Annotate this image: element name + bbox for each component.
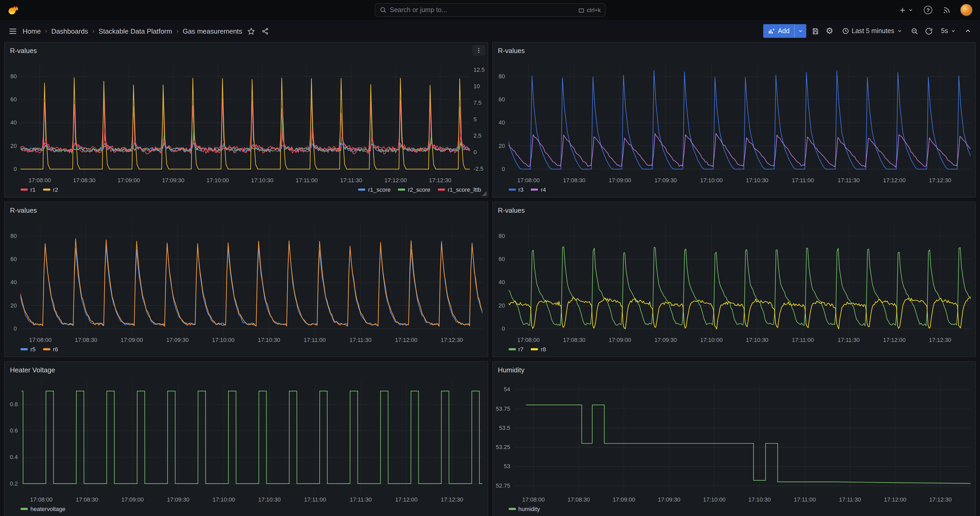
series-r2_score	[10, 117, 483, 152]
collapse-topbar-button[interactable]	[963, 26, 973, 36]
legend: r7r8	[493, 345, 975, 357]
legend-swatch	[43, 348, 50, 350]
time-series-chart[interactable]: 02040608017:08:0017:08:3017:09:0017:09:3…	[5, 58, 487, 185]
legend-item-r2_score[interactable]: r2_score	[398, 186, 430, 193]
panel-resize-handle[interactable]	[482, 191, 486, 196]
legend-label: humidity	[519, 506, 540, 512]
y-axis-label: 54	[504, 386, 510, 393]
y-axis-label: 80	[11, 73, 17, 80]
panel-title[interactable]: R-values	[498, 206, 525, 214]
legend-item-r1_score[interactable]: r1_score	[358, 186, 391, 193]
breadcrumb-item-dashboards[interactable]: Dashboards	[51, 27, 88, 35]
zoom-out-icon	[911, 27, 919, 35]
chart-svg: 0.20.40.60.817:08:0017:08:3017:09:0017:0…	[5, 377, 488, 505]
topnav-actions: ?	[897, 4, 973, 16]
x-axis-label: 17:09:30	[166, 337, 189, 343]
panel-menu-button[interactable]	[472, 45, 485, 56]
search-input[interactable]	[390, 6, 575, 14]
panel-title[interactable]: R-values	[498, 46, 525, 54]
y-axis-label: 0.4	[10, 454, 18, 460]
legend-item-r7[interactable]: r7	[508, 346, 523, 352]
refresh-button[interactable]	[924, 26, 934, 36]
time-series-chart[interactable]: 02040608017:08:0017:08:3017:09:0017:09:3…	[5, 218, 487, 345]
series-heatervoltage	[11, 391, 488, 484]
legend-item-r5[interactable]: r5	[21, 346, 36, 352]
legend-swatch	[438, 188, 445, 191]
legend: r3r4	[493, 185, 975, 197]
x-axis-label: 17:12:30	[429, 177, 452, 183]
new-button[interactable]	[897, 5, 915, 15]
plus-icon	[899, 6, 907, 14]
legend-item-r8[interactable]: r8	[531, 346, 546, 352]
x-axis-label: 17:09:00	[608, 177, 631, 183]
add-panel-icon	[768, 27, 775, 34]
breadcrumb-separator: ›	[45, 27, 47, 35]
dashboard-settings-button[interactable]: ⚙	[825, 26, 834, 36]
legend-label: heatervoltage	[30, 506, 65, 512]
x-axis-label: 17:09:30	[654, 177, 677, 183]
legend-label: r7	[519, 346, 523, 352]
legend-item-r4[interactable]: r4	[531, 186, 546, 193]
x-axis-label: 17:09:30	[162, 177, 185, 183]
panel-r-values-4: R-values 02040608017:08:0017:08:3017:09:…	[492, 202, 976, 357]
time-series-chart[interactable]: 02040608017:08:0017:08:3017:09:0017:09:3…	[493, 58, 975, 185]
time-range-picker[interactable]: Last 5 minutes	[838, 25, 905, 37]
x-axis-label: 17:12:30	[441, 337, 463, 343]
x-axis-label: 17:10:30	[251, 177, 274, 183]
menu-toggle-button[interactable]	[7, 25, 18, 37]
y-axis-label: 80	[498, 73, 505, 80]
favorite-button[interactable]	[247, 26, 256, 36]
legend-item-r1[interactable]: r1	[21, 186, 36, 193]
star-icon	[248, 27, 255, 35]
breadcrumb: Home › Dashboards › Stackable Data Platf…	[22, 27, 242, 35]
save-dashboard-button[interactable]	[810, 26, 821, 36]
x-axis-label: 17:09:00	[121, 496, 144, 503]
zoom-out-button[interactable]	[910, 26, 920, 36]
time-series-chart[interactable]: 52.755353.2553.553.755417:08:0017:08:301…	[493, 377, 975, 505]
panel-title[interactable]: R-values	[10, 46, 37, 54]
panel-title[interactable]: Humidity	[498, 366, 524, 374]
legend-item-r3[interactable]: r3	[508, 186, 523, 193]
legend-item-r6[interactable]: r6	[43, 346, 58, 352]
x-axis-label: 17:12:00	[884, 496, 906, 503]
x-axis-label: 17:09:00	[612, 496, 635, 503]
x-axis-label: 17:11:30	[350, 496, 372, 503]
share-button[interactable]	[261, 26, 270, 36]
legend-item-r2[interactable]: r2	[43, 186, 58, 193]
top-navigation: ctrl+k ?	[0, 0, 980, 20]
legend-swatch	[358, 188, 366, 191]
time-series-chart[interactable]: 0.20.40.60.817:08:0017:08:3017:09:0017:0…	[5, 377, 487, 505]
chart-svg: 02040608017:08:0017:08:3017:09:0017:09:3…	[5, 218, 488, 345]
refresh-interval-picker[interactable]: 5s	[938, 25, 959, 37]
news-button[interactable]	[942, 5, 951, 15]
x-axis-label: 17:10:30	[748, 496, 770, 503]
x-axis-label: 17:11:00	[296, 177, 318, 183]
chart-svg: 02040608017:08:0017:08:3017:09:0017:09:3…	[5, 58, 488, 185]
x-axis-label: 17:09:00	[608, 337, 631, 343]
legend-item-heatervoltage[interactable]: heatervoltage	[21, 506, 65, 512]
user-avatar[interactable]	[960, 4, 973, 16]
add-button-caret[interactable]	[795, 24, 806, 38]
x-axis-label: 17:08:00	[517, 337, 539, 343]
breadcrumb-item-folder[interactable]: Stackable Data Platform	[99, 27, 172, 35]
panel-title[interactable]: Heater Voltage	[10, 366, 55, 374]
grafana-logo-icon[interactable]	[7, 4, 19, 16]
breadcrumb-item-home[interactable]: Home	[22, 27, 41, 35]
help-button[interactable]: ?	[923, 5, 933, 15]
question-icon: ?	[924, 6, 932, 14]
x-axis-label: 17:08:00	[29, 177, 51, 183]
panel-title[interactable]: R-values	[10, 206, 37, 214]
x-axis-label: 17:10:00	[213, 496, 235, 503]
time-range-label: Last 5 minutes	[852, 27, 894, 35]
add-button[interactable]: Add	[763, 24, 807, 38]
search-box[interactable]: ctrl+k	[374, 3, 606, 17]
x-axis-label: 17:10:00	[700, 177, 722, 183]
series-r7	[498, 247, 975, 326]
x-axis-label: 17:08:00	[30, 496, 53, 503]
x-axis-label: 17:08:30	[76, 496, 98, 503]
legend-item-r1_score_lttb[interactable]: r1_score_lttb	[438, 186, 481, 193]
x-axis-label: 17:12:30	[441, 496, 463, 503]
time-series-chart[interactable]: 02040608017:08:0017:08:3017:09:0017:09:3…	[493, 218, 975, 345]
legend-item-humidity[interactable]: humidity	[508, 506, 540, 512]
y-axis-right-label: 0	[474, 149, 477, 156]
